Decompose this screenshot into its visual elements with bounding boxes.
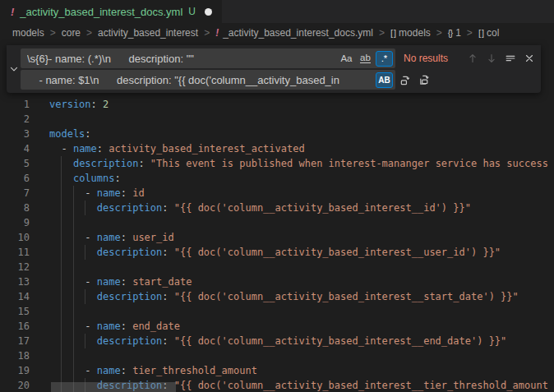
- arrow-down-icon: [486, 53, 497, 64]
- code-text: description: "{{ doc('column__activity_b…: [49, 334, 506, 348]
- breadcrumb-item[interactable]: core: [62, 27, 81, 39]
- breadcrumb-label: _activity_based_interest_docs.yml: [223, 27, 373, 39]
- close-button[interactable]: [520, 50, 538, 67]
- breadcrumb-label: models: [12, 27, 44, 39]
- breadcrumb-label: activity_based_interest: [98, 27, 198, 39]
- regex-toggle[interactable]: .*: [376, 51, 393, 67]
- code-line[interactable]: 11 description: "{{ doc('column__activit…: [0, 245, 554, 260]
- symbol-icon: [ ]: [478, 28, 483, 38]
- line-number[interactable]: 8: [0, 201, 30, 215]
- breadcrumb: models>core>activity_based_interest>!_ac…: [0, 23, 554, 43]
- code-line[interactable]: 10 - name: user_id: [0, 230, 554, 245]
- line-number[interactable]: 4: [0, 141, 30, 156]
- indent-guide: [73, 348, 74, 363]
- code-line[interactable]: 3models:: [0, 127, 554, 141]
- breadcrumb-separator-icon: >: [86, 27, 92, 39]
- replace-all-icon: [418, 74, 431, 86]
- previous-match-button[interactable]: [464, 50, 481, 67]
- whole-word-icon: ab: [360, 53, 371, 63]
- toggle-replace-button[interactable]: [7, 45, 21, 93]
- selection-lines-icon: [505, 53, 516, 64]
- code-line[interactable]: 8 description: "{{ doc('column__activity…: [0, 201, 554, 215]
- indent-guide: [61, 260, 62, 274]
- code-line[interactable]: 19 - name: tier_threshold_amount: [0, 363, 554, 378]
- arrow-up-icon: [467, 53, 478, 64]
- line-number[interactable]: 18: [0, 348, 30, 363]
- code-line[interactable]: 1version: 2: [0, 97, 554, 112]
- code-text: description: "{{ doc('column__activity_b…: [49, 245, 501, 260]
- code-text: description: "{{ doc('column__activity_b…: [49, 289, 519, 304]
- breadcrumb-item[interactable]: [ ]models: [390, 27, 431, 39]
- line-number[interactable]: 5: [0, 156, 30, 171]
- indent-guide: [73, 260, 74, 274]
- find-input[interactable]: \s{6}- name: (.*)\n description: "" Aa a…: [21, 48, 395, 68]
- line-number[interactable]: 20: [0, 378, 30, 392]
- code-line[interactable]: 2: [0, 112, 554, 127]
- code-text: - name: end_date: [49, 319, 180, 334]
- line-number[interactable]: 17: [0, 334, 30, 348]
- line-number[interactable]: 6: [0, 171, 30, 186]
- line-number[interactable]: 7: [0, 186, 30, 201]
- code-line[interactable]: 5 description: "This event is published …: [0, 156, 554, 171]
- code-line[interactable]: 14 description: "{{ doc('column__activit…: [0, 289, 554, 304]
- horizontal-scrollbar[interactable]: [51, 382, 176, 392]
- code-text: models:: [49, 127, 91, 141]
- line-number[interactable]: 14: [0, 289, 30, 304]
- breadcrumb-separator-icon: >: [50, 27, 56, 39]
- code-line[interactable]: 7 - name: id: [0, 186, 554, 201]
- breadcrumb-label: models: [399, 27, 431, 39]
- code-text: - name: id: [49, 186, 145, 201]
- code-line[interactable]: 15: [0, 304, 554, 319]
- find-in-selection-button[interactable]: [501, 50, 519, 67]
- code-text: description: "{{ doc('column__activity_b…: [49, 201, 471, 215]
- vscode-window: ! _activity_based_interest_docs.yml U mo…: [0, 0, 554, 392]
- code-line[interactable]: 18: [0, 348, 554, 363]
- code-line[interactable]: 9: [0, 215, 554, 230]
- indent-guide: [61, 215, 62, 230]
- replace-icon: [399, 74, 412, 86]
- replace-input[interactable]: - name: $1\n description: "{{ doc('colum…: [21, 70, 395, 90]
- code-line[interactable]: 6 columns:: [0, 171, 554, 186]
- line-number[interactable]: 10: [0, 230, 30, 245]
- yaml-file-icon: !: [11, 6, 14, 18]
- breadcrumb-item[interactable]: activity_based_interest: [98, 27, 198, 39]
- line-number[interactable]: 1: [0, 97, 30, 112]
- line-number[interactable]: 19: [0, 363, 30, 378]
- breadcrumb-item[interactable]: [ ]col: [478, 27, 500, 39]
- whole-word-toggle[interactable]: ab: [357, 51, 374, 67]
- breadcrumb-label: core: [62, 27, 81, 39]
- editor[interactable]: 1version: 223models:4 - name: activity_b…: [0, 43, 554, 392]
- line-number[interactable]: 11: [0, 245, 30, 260]
- line-number[interactable]: 9: [0, 215, 30, 230]
- breadcrumb-label: 1: [455, 27, 461, 39]
- tab-filename: _activity_based_interest_docs.yml: [20, 6, 182, 18]
- line-number[interactable]: 15: [0, 304, 30, 319]
- replace-all-button[interactable]: [416, 71, 433, 89]
- code-line[interactable]: 17 description: "{{ doc('column__activit…: [0, 334, 554, 348]
- preserve-case-toggle[interactable]: AB: [376, 72, 393, 88]
- breadcrumb-item[interactable]: !_activity_based_interest_docs.yml: [215, 27, 373, 39]
- line-number[interactable]: 16: [0, 319, 30, 334]
- replace-button[interactable]: [397, 71, 414, 89]
- code-line[interactable]: 13 - name: start_date: [0, 274, 554, 289]
- breadcrumb-item[interactable]: models: [12, 27, 44, 39]
- code-line[interactable]: 12: [0, 260, 554, 274]
- breadcrumb-separator-icon: >: [379, 27, 385, 39]
- code-text: description: "This event is published wh…: [49, 156, 548, 171]
- line-number[interactable]: 3: [0, 127, 30, 141]
- line-number[interactable]: 13: [0, 274, 30, 289]
- find-results-status: No results: [404, 53, 455, 64]
- code-text: - name: start_date: [49, 274, 192, 289]
- code-text: - name: tier_threshold_amount: [49, 363, 257, 378]
- breadcrumb-separator-icon: >: [204, 27, 210, 39]
- match-case-toggle[interactable]: Aa: [338, 51, 355, 67]
- tab-activity-docs[interactable]: ! _activity_based_interest_docs.yml U: [0, 0, 222, 23]
- code-line[interactable]: 4 - name: activity_based_interest_activa…: [0, 141, 554, 156]
- line-number[interactable]: 2: [0, 112, 30, 127]
- next-match-button[interactable]: [482, 50, 500, 67]
- modified-dot-icon[interactable]: [205, 8, 212, 16]
- code-line[interactable]: 16 - name: end_date: [0, 319, 554, 334]
- indent-guide: [73, 304, 74, 319]
- line-number[interactable]: 12: [0, 260, 30, 274]
- breadcrumb-item[interactable]: {}1: [448, 27, 461, 39]
